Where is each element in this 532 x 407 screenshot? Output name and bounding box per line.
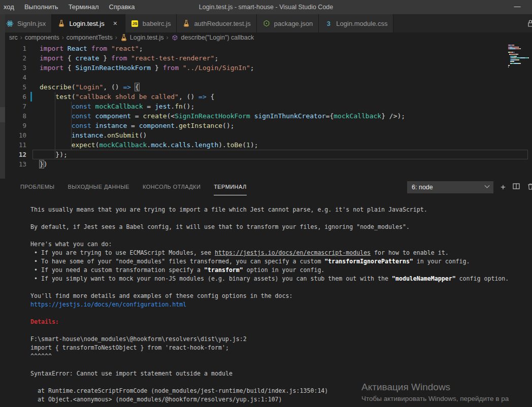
menu-bar: ходВыполнитьТерминалСправка (0, 0, 140, 14)
breadcrumb-item-2[interactable]: components (25, 34, 59, 41)
cube-icon (171, 33, 179, 42)
terminal-line: ^^^^^^ (30, 352, 532, 361)
minimap[interactable] (508, 44, 531, 68)
code-line-4: 4 (0, 73, 532, 82)
tab-label: authReducer.test.js (194, 20, 250, 27)
terminal-line (30, 283, 532, 292)
menu-item-ход[interactable]: ход (0, 0, 19, 14)
tab-package.json[interactable]: package.json (257, 14, 319, 32)
code-line-7: 7 const mockCallback = jest.fn(); (0, 101, 532, 111)
terminal-output: This usually means that you are trying t… (0, 195, 532, 404)
editor-tab-strip: SignIn.jsxLogin.test.js×JSbabelrc.jsauth… (0, 14, 532, 32)
code-text[interactable]: import { SignInReactHookForm } from "../… (40, 63, 254, 73)
new-terminal-icon[interactable]: + (501, 183, 506, 191)
activity-bar-highlight (0, 107, 5, 122)
activity-bar-sliver (0, 14, 5, 179)
code-text[interactable]: }); (40, 150, 68, 159)
breadcrumb-item-1[interactable]: src (9, 34, 18, 41)
js-icon: JS (131, 19, 139, 27)
tab-label: package.json (274, 20, 313, 27)
current-line-highlight (32, 150, 528, 159)
terminal-line: Here's what you can do: (30, 240, 532, 249)
tab-label: Login.test.js (69, 20, 104, 27)
terminal-line: Details: (30, 318, 532, 326)
terminal-line (30, 361, 532, 369)
code-text[interactable]: const component = create(<SignInReactHoo… (40, 111, 405, 121)
code-line-6: 6 test("callback shold be called", () =>… (0, 92, 532, 101)
tab-label: SignIn.jsx (17, 20, 46, 27)
breadcrumb-label: describe("Login") callback (181, 34, 254, 41)
tab-SignIn.jsx[interactable]: SignIn.jsx (0, 14, 52, 32)
terminal-line (30, 326, 532, 335)
panel-tab-КОНСОЛЬ ОТЛАДКИ[interactable]: КОНСОЛЬ ОТЛАДКИ (143, 179, 201, 195)
breadcrumb-separator: › (167, 34, 169, 41)
flask-icon (120, 33, 128, 42)
panel-tab-ВЫХОДНЫЕ ДАННЫЕ[interactable]: ВЫХОДНЫЕ ДАННЫЕ (68, 179, 129, 195)
panel-tabs: ПРОБЛЕМЫВЫХОДНЫЕ ДАННЫЕКОНСОЛЬ ОТЛАДКИТЕ… (20, 179, 260, 195)
git-modified-indicator (30, 92, 32, 101)
chevron-down-icon (485, 183, 490, 188)
tab-label: babelrc.js (143, 20, 171, 27)
code-line-9: 9 const instance = component.getInstance… (0, 121, 532, 130)
terminal-line: • To have some of your "node_modules" fi… (30, 257, 532, 266)
code-text[interactable]: const mockCallback = jest.fn(); (40, 101, 194, 111)
react-icon (6, 19, 14, 27)
code-line-3: 3import { SignInReactHookForm } from "..… (0, 63, 532, 73)
menu-item-Выполнить[interactable]: Выполнить (19, 0, 63, 14)
menu-item-Справка[interactable]: Справка (104, 0, 140, 14)
terminal-line: at Object.<anonymous> (node_modules/@hoo… (30, 395, 532, 404)
code-line-2: 2import { create } from "react-test-rend… (0, 53, 532, 63)
code-line-12: 12 }); (0, 150, 532, 159)
code-text[interactable]: import React from "react"; (40, 44, 143, 53)
code-text[interactable]: const instance = component.getInstance()… (40, 121, 235, 130)
code-line-13: 13}) (0, 159, 532, 169)
tab-Login.module.css[interactable]: 3Login.module.css (319, 14, 393, 32)
split-terminal-icon[interactable] (513, 183, 520, 191)
code-editor[interactable]: 1import React from "react";2import { cre… (0, 43, 532, 179)
terminal-line: • If you are trying to use ECMAScript Mo… (30, 249, 532, 257)
flask-icon (182, 19, 190, 27)
code-line-5: 5describe("Login", () => { (0, 82, 532, 92)
code-text[interactable]: }) (40, 159, 48, 169)
tab-Login.test.js[interactable]: Login.test.js× (52, 14, 125, 32)
breadcrumb-separator: › (115, 34, 117, 41)
breadcrumb-label: Login.test.js (130, 34, 164, 41)
tab-authReducer.test.js[interactable]: authReducer.test.js (177, 14, 256, 32)
breadcrumb-item-3[interactable]: componentTests (66, 34, 113, 41)
breadcrumb-separator: › (62, 34, 64, 41)
terminal-line: You'll find more details and examples of… (30, 292, 532, 300)
terminal-select[interactable]: 6: node (407, 181, 493, 193)
panel-header: ПРОБЛЕМЫВЫХОДНЫЕ ДАННЫЕКОНСОЛЬ ОТЛАДКИТЕ… (0, 179, 532, 195)
code-text[interactable]: test("callback shold be called", () => { (40, 92, 214, 101)
kill-terminal-icon[interactable] (527, 183, 532, 192)
terminal-line (30, 309, 532, 318)
breadcrumb: src›components›componentTests›Login.test… (0, 32, 532, 43)
code-line-8: 8 const component = create(<SignInReactH… (0, 111, 532, 121)
terminal-line: F:\smart-house\node_modules\@hookform\re… (30, 335, 532, 344)
terminal-line: • If you need a custom transformation sp… (30, 266, 532, 275)
terminal-link[interactable]: https://jestjs.io/docs/en/ecmascript-mod… (215, 249, 371, 256)
terminal-line (30, 378, 532, 387)
breadcrumb-item-5[interactable]: describe("Login") callback (171, 33, 254, 42)
breadcrumb-label: src (9, 34, 18, 41)
panel-actions: 6: node + (407, 181, 527, 193)
close-icon[interactable]: × (111, 19, 119, 27)
panel-tab-ПРОБЛЕМЫ[interactable]: ПРОБЛЕМЫ (20, 179, 54, 195)
terminal-line: https://jestjs.io/docs/en/configuration.… (30, 300, 532, 309)
node-icon (262, 19, 271, 27)
terminal-link[interactable]: https://jestjs.io/docs/en/configuration.… (30, 301, 186, 308)
breadcrumb-separator: › (20, 34, 22, 41)
code-text[interactable]: describe("Login", () => { (40, 82, 139, 92)
tab-babelrc.js[interactable]: JSbabelrc.js (125, 14, 177, 32)
minimize-icon[interactable]: — (510, 0, 525, 14)
code-text[interactable]: instance.onSubmit() (40, 130, 147, 140)
code-text[interactable]: import { create } from "react-test-rende… (40, 53, 218, 63)
breadcrumb-label: componentTests (66, 34, 113, 41)
code-text[interactable]: expect(mockCallback.mock.calls.length).t… (40, 140, 258, 150)
terminal-line: import { transformToNestObject } from 'r… (30, 344, 532, 352)
title-bar: ходВыполнитьТерминалСправка Login.test.j… (0, 0, 532, 14)
menu-item-Терминал[interactable]: Терминал (63, 0, 104, 14)
breadcrumb-item-4[interactable]: Login.test.js (120, 33, 164, 42)
lock-icon[interactable] (526, 19, 532, 28)
panel-tab-ТЕРМИНАЛ[interactable]: ТЕРМИНАЛ (214, 179, 246, 195)
